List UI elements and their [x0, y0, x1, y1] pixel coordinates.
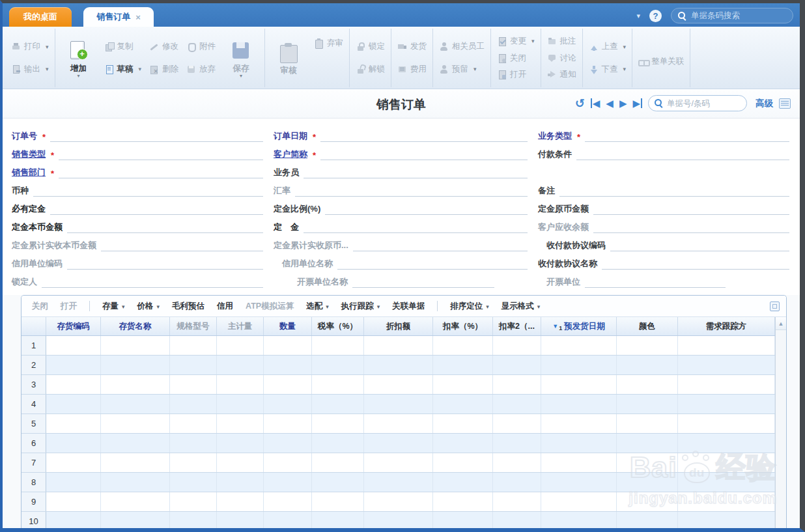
- cell-color[interactable]: [617, 336, 678, 355]
- cell-inventory-name[interactable]: [101, 492, 170, 511]
- cell-main-unit[interactable]: [217, 512, 264, 528]
- grid-tool-sort-locate[interactable]: 排序定位▾: [450, 301, 489, 312]
- query-down-button[interactable]: 下查▾: [589, 64, 627, 75]
- attachment-button[interactable]: 附件: [186, 41, 216, 52]
- grid-tool-gross-profit-estimate[interactable]: 毛利预估: [172, 301, 205, 312]
- draft-button[interactable]: 草稿▾: [104, 64, 142, 75]
- related-staff-button[interactable]: 相关员工: [439, 41, 485, 52]
- cell-tax-rate[interactable]: [312, 473, 364, 492]
- cell-spec-model[interactable]: [170, 512, 217, 528]
- field-input-business-type[interactable]: [585, 132, 789, 142]
- lock-button[interactable]: 锁定: [356, 41, 385, 52]
- cell-discount-rate-2[interactable]: [493, 395, 541, 413]
- cell-main-unit[interactable]: [217, 453, 264, 472]
- nav-last-icon[interactable]: ▶: [632, 98, 642, 108]
- cell-planned-ship-date[interactable]: [541, 336, 617, 355]
- column-header-demand-tracking[interactable]: 需求跟踪方: [678, 317, 775, 335]
- cell-planned-ship-date[interactable]: [541, 492, 617, 511]
- reserve-button[interactable]: 预留▾: [439, 64, 485, 75]
- field-input-required-deposit[interactable]: [50, 205, 263, 215]
- advanced-link[interactable]: 高级: [756, 98, 773, 109]
- field-input-deposit[interactable]: [304, 223, 528, 233]
- cell-discount-rate[interactable]: [433, 395, 493, 413]
- grid-tool-related-documents[interactable]: 关联单据: [392, 301, 425, 312]
- whole-relation-button[interactable]: 整单关联: [638, 56, 684, 67]
- cell-discount-rate[interactable]: [433, 434, 493, 453]
- column-header-spec-model[interactable]: 规格型号: [170, 317, 217, 335]
- cell-discount-rate-2[interactable]: [493, 453, 541, 472]
- field-input-payment-terms[interactable]: [576, 150, 789, 160]
- cell-discount-rate[interactable]: [433, 375, 493, 394]
- cell-discount-amount[interactable]: [364, 434, 433, 453]
- cell-inventory-name[interactable]: [101, 512, 170, 528]
- cell-inventory-name[interactable]: [101, 473, 170, 492]
- column-header-inventory-code[interactable]: 存货编码: [46, 317, 101, 335]
- cell-spec-model[interactable]: [170, 395, 217, 413]
- field-label-sales-type[interactable]: 销售类型: [12, 148, 46, 160]
- cell-quantity[interactable]: [264, 375, 312, 394]
- cell-discount-rate[interactable]: [433, 356, 493, 374]
- cell-discount-rate-2[interactable]: [493, 375, 541, 394]
- cell-color[interactable]: [617, 492, 678, 511]
- cell-inventory-code[interactable]: [46, 414, 101, 433]
- cell-spec-model[interactable]: [170, 453, 217, 472]
- cell-discount-rate[interactable]: [433, 336, 493, 355]
- field-input-exchange-rate[interactable]: [295, 187, 528, 197]
- cell-tax-rate[interactable]: [312, 492, 364, 511]
- help-icon[interactable]: ?: [649, 10, 662, 22]
- cell-color[interactable]: [617, 375, 678, 394]
- row-number-cell[interactable]: 2: [21, 356, 46, 374]
- cell-planned-ship-date[interactable]: [541, 512, 617, 528]
- unaudit-button[interactable]: 弃审: [314, 38, 343, 49]
- cell-planned-ship-date[interactable]: [541, 395, 617, 413]
- cell-inventory-code[interactable]: [46, 356, 101, 374]
- cell-discount-amount[interactable]: [364, 492, 433, 511]
- cell-spec-model[interactable]: [170, 414, 217, 433]
- cell-tax-rate[interactable]: [312, 453, 364, 472]
- cell-quantity[interactable]: [264, 512, 312, 528]
- list-view-icon[interactable]: [779, 98, 791, 109]
- cell-color[interactable]: [617, 453, 678, 472]
- export-button[interactable]: 输出▾: [11, 64, 49, 75]
- cell-discount-amount[interactable]: [364, 375, 433, 394]
- cell-inventory-code[interactable]: [46, 434, 101, 453]
- expand-grid-icon[interactable]: [770, 301, 780, 311]
- tab-sales-order[interactable]: 销售订单 ×: [83, 7, 154, 27]
- cell-discount-rate[interactable]: [433, 492, 493, 511]
- field-input-lock-person[interactable]: [42, 278, 263, 288]
- cell-main-unit[interactable]: [217, 492, 264, 511]
- cell-color[interactable]: [617, 434, 678, 453]
- nav-prev-icon[interactable]: ◀: [606, 98, 614, 108]
- column-header-discount-rate-2[interactable]: 扣率2（...: [493, 317, 541, 335]
- cell-main-unit[interactable]: [217, 336, 264, 355]
- field-input-customer-abbr[interactable]: [320, 150, 528, 160]
- document-search-box[interactable]: [648, 95, 747, 111]
- cell-tax-rate[interactable]: [312, 375, 364, 394]
- modify-button[interactable]: 修改: [149, 41, 178, 52]
- field-input-salesperson[interactable]: [304, 169, 528, 178]
- grid-tool-execution-tracking[interactable]: 执行跟踪▾: [341, 301, 380, 312]
- cell-inventory-name[interactable]: [101, 336, 170, 355]
- vertical-scrollbar[interactable]: ▲: [775, 317, 786, 528]
- row-number-cell[interactable]: 7: [21, 453, 46, 472]
- field-input-deposit-local-amount[interactable]: [67, 223, 263, 233]
- cell-discount-rate-2[interactable]: [493, 434, 541, 453]
- save-button[interactable]: 保存 ▾: [223, 38, 259, 78]
- ship-button[interactable]: 发货: [397, 41, 427, 52]
- cell-quantity[interactable]: [264, 492, 312, 511]
- cell-tax-rate[interactable]: [312, 356, 364, 374]
- cell-discount-rate-2[interactable]: [493, 356, 541, 374]
- field-input-payment-agreement-code[interactable]: [610, 242, 789, 251]
- cell-color[interactable]: [617, 356, 678, 374]
- nav-first-icon[interactable]: ◀: [591, 98, 600, 108]
- cell-spec-model[interactable]: [170, 492, 217, 511]
- cell-discount-rate-2[interactable]: [493, 336, 541, 355]
- cell-tax-rate[interactable]: [312, 395, 364, 413]
- cell-discount-rate-2[interactable]: [493, 492, 541, 511]
- annotate-button[interactable]: 批注: [547, 36, 576, 47]
- cell-tax-rate[interactable]: [312, 414, 364, 433]
- column-header-planned-ship-date[interactable]: ▼1预发货日期: [541, 317, 617, 335]
- cell-planned-ship-date[interactable]: [541, 453, 617, 472]
- field-label-customer-abbr[interactable]: 客户简称: [274, 148, 307, 160]
- chevron-down-icon[interactable]: ▾: [636, 12, 640, 20]
